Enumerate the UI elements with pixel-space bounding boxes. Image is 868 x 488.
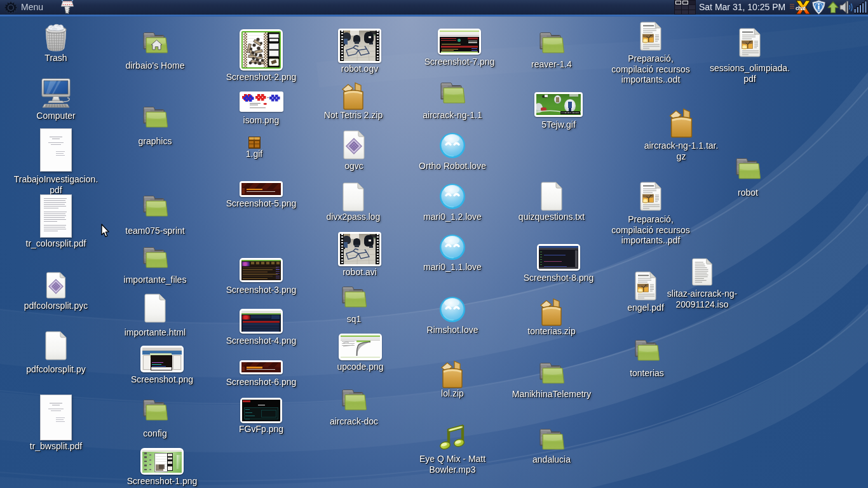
svg-text:chat: chat xyxy=(796,5,806,11)
svg-text:+: + xyxy=(267,95,269,99)
